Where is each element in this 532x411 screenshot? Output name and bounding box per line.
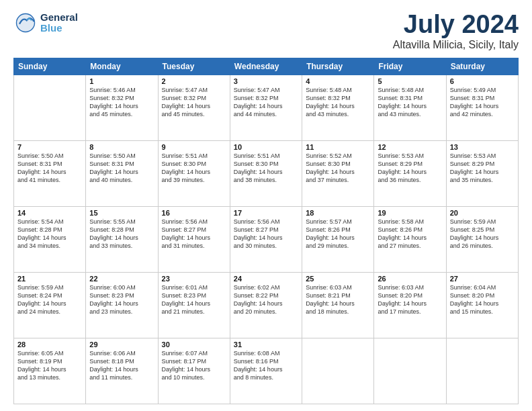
calendar-cell: 13Sunrise: 5:53 AM Sunset: 8:29 PM Dayli… — [446, 140, 518, 206]
calendar-header-row: SundayMondayTuesdayWednesdayThursdayFrid… — [14, 58, 519, 75]
page: General Blue July 2024 Altavilla Milicia… — [0, 0, 532, 411]
day-number: 17 — [234, 209, 298, 217]
day-info: Sunrise: 5:50 AM Sunset: 8:31 PM Dayligh… — [17, 152, 82, 185]
day-info: Sunrise: 6:03 AM Sunset: 8:21 PM Dayligh… — [306, 283, 370, 316]
day-number: 16 — [162, 209, 226, 217]
day-number: 26 — [378, 275, 442, 283]
calendar-day-header: Saturday — [446, 58, 518, 75]
calendar-cell: 27Sunrise: 6:04 AM Sunset: 8:20 PM Dayli… — [446, 272, 518, 338]
day-number: 23 — [162, 275, 226, 283]
day-info: Sunrise: 5:46 AM Sunset: 8:32 PM Dayligh… — [89, 86, 154, 119]
day-number: 15 — [89, 209, 154, 217]
svg-point-0 — [16, 13, 36, 33]
day-info: Sunrise: 5:51 AM Sunset: 8:30 PM Dayligh… — [162, 152, 226, 185]
calendar-cell — [302, 338, 374, 404]
calendar-week-row: 7Sunrise: 5:50 AM Sunset: 8:31 PM Daylig… — [14, 140, 519, 206]
month-title: July 2024 — [393, 11, 519, 39]
location: Altavilla Milicia, Sicily, Italy — [393, 39, 519, 51]
day-number: 24 — [234, 275, 298, 283]
calendar-cell: 21Sunrise: 5:59 AM Sunset: 8:24 PM Dayli… — [14, 272, 86, 338]
day-info: Sunrise: 5:47 AM Sunset: 8:32 PM Dayligh… — [162, 86, 226, 119]
calendar-cell: 18Sunrise: 5:57 AM Sunset: 8:26 PM Dayli… — [302, 206, 374, 272]
calendar-cell: 22Sunrise: 6:00 AM Sunset: 8:23 PM Dayli… — [86, 272, 158, 338]
day-info: Sunrise: 6:03 AM Sunset: 8:20 PM Dayligh… — [378, 283, 442, 316]
day-info: Sunrise: 5:59 AM Sunset: 8:24 PM Dayligh… — [17, 283, 82, 316]
calendar-cell: 4Sunrise: 5:48 AM Sunset: 8:32 PM Daylig… — [302, 75, 374, 140]
day-info: Sunrise: 5:49 AM Sunset: 8:31 PM Dayligh… — [450, 86, 515, 119]
day-info: Sunrise: 5:54 AM Sunset: 8:28 PM Dayligh… — [17, 218, 82, 250]
calendar-cell: 20Sunrise: 5:59 AM Sunset: 8:25 PM Dayli… — [446, 206, 518, 272]
day-info: Sunrise: 6:06 AM Sunset: 8:18 PM Dayligh… — [89, 349, 154, 382]
calendar-cell: 14Sunrise: 5:54 AM Sunset: 8:28 PM Dayli… — [14, 206, 86, 272]
day-number: 18 — [306, 209, 370, 217]
day-number: 31 — [234, 340, 298, 349]
day-info: Sunrise: 5:48 AM Sunset: 8:32 PM Dayligh… — [306, 86, 370, 119]
day-number: 19 — [378, 209, 442, 217]
day-number: 14 — [17, 209, 82, 217]
day-info: Sunrise: 6:05 AM Sunset: 8:19 PM Dayligh… — [17, 349, 82, 382]
calendar-cell: 11Sunrise: 5:52 AM Sunset: 8:30 PM Dayli… — [302, 140, 374, 206]
calendar-cell: 12Sunrise: 5:53 AM Sunset: 8:29 PM Dayli… — [374, 140, 446, 206]
calendar-day-header: Friday — [374, 58, 446, 75]
calendar-cell: 23Sunrise: 6:01 AM Sunset: 8:23 PM Dayli… — [158, 272, 230, 338]
day-number: 28 — [17, 340, 82, 349]
day-number: 6 — [450, 77, 515, 85]
calendar-cell — [446, 338, 518, 404]
calendar-cell — [374, 338, 446, 404]
calendar-week-row: 21Sunrise: 5:59 AM Sunset: 8:24 PM Dayli… — [14, 272, 519, 338]
day-number: 21 — [17, 275, 82, 283]
calendar-cell: 2Sunrise: 5:47 AM Sunset: 8:32 PM Daylig… — [158, 75, 230, 140]
day-number: 11 — [306, 143, 370, 151]
logo-icon — [13, 11, 38, 35]
calendar-cell: 19Sunrise: 5:58 AM Sunset: 8:26 PM Dayli… — [374, 206, 446, 272]
day-number: 13 — [450, 143, 515, 151]
day-info: Sunrise: 5:47 AM Sunset: 8:32 PM Dayligh… — [234, 86, 298, 119]
day-number: 22 — [89, 275, 154, 283]
calendar-cell: 28Sunrise: 6:05 AM Sunset: 8:19 PM Dayli… — [14, 338, 86, 404]
day-info: Sunrise: 5:48 AM Sunset: 8:31 PM Dayligh… — [378, 86, 442, 119]
day-info: Sunrise: 5:58 AM Sunset: 8:26 PM Dayligh… — [378, 218, 442, 250]
day-info: Sunrise: 5:56 AM Sunset: 8:27 PM Dayligh… — [234, 218, 298, 250]
calendar-cell: 15Sunrise: 5:55 AM Sunset: 8:28 PM Dayli… — [86, 206, 158, 272]
calendar-cell: 1Sunrise: 5:46 AM Sunset: 8:32 PM Daylig… — [86, 75, 158, 140]
calendar-table: SundayMondayTuesdayWednesdayThursdayFrid… — [13, 58, 519, 404]
day-info: Sunrise: 6:01 AM Sunset: 8:23 PM Dayligh… — [162, 283, 226, 316]
day-info: Sunrise: 5:50 AM Sunset: 8:31 PM Dayligh… — [89, 152, 154, 185]
logo-general-text: General — [40, 12, 78, 24]
calendar-cell: 30Sunrise: 6:07 AM Sunset: 8:17 PM Dayli… — [158, 338, 230, 404]
day-number: 29 — [89, 340, 154, 349]
day-info: Sunrise: 5:56 AM Sunset: 8:27 PM Dayligh… — [162, 218, 226, 250]
day-number: 27 — [450, 275, 515, 283]
calendar-day-header: Sunday — [14, 58, 86, 75]
logo-blue-text: Blue — [40, 23, 78, 34]
calendar-day-header: Wednesday — [230, 58, 302, 75]
calendar-cell: 7Sunrise: 5:50 AM Sunset: 8:31 PM Daylig… — [14, 140, 86, 206]
day-number: 4 — [306, 77, 370, 85]
calendar-cell: 8Sunrise: 5:50 AM Sunset: 8:31 PM Daylig… — [86, 140, 158, 206]
day-info: Sunrise: 5:55 AM Sunset: 8:28 PM Dayligh… — [89, 218, 154, 250]
calendar-cell: 10Sunrise: 5:51 AM Sunset: 8:30 PM Dayli… — [230, 140, 302, 206]
day-info: Sunrise: 6:02 AM Sunset: 8:22 PM Dayligh… — [234, 283, 298, 316]
calendar-cell: 5Sunrise: 5:48 AM Sunset: 8:31 PM Daylig… — [374, 75, 446, 140]
calendar-cell: 16Sunrise: 5:56 AM Sunset: 8:27 PM Dayli… — [158, 206, 230, 272]
day-info: Sunrise: 5:53 AM Sunset: 8:29 PM Dayligh… — [378, 152, 442, 185]
day-info: Sunrise: 5:53 AM Sunset: 8:29 PM Dayligh… — [450, 152, 515, 185]
day-number: 5 — [378, 77, 442, 85]
calendar-cell: 26Sunrise: 6:03 AM Sunset: 8:20 PM Dayli… — [374, 272, 446, 338]
calendar-cell: 25Sunrise: 6:03 AM Sunset: 8:21 PM Dayli… — [302, 272, 374, 338]
title-block: July 2024 Altavilla Milicia, Sicily, Ita… — [393, 11, 519, 51]
day-info: Sunrise: 5:51 AM Sunset: 8:30 PM Dayligh… — [234, 152, 298, 185]
header: General Blue July 2024 Altavilla Milicia… — [13, 11, 519, 51]
calendar-cell — [14, 75, 86, 140]
day-info: Sunrise: 6:08 AM Sunset: 8:16 PM Dayligh… — [234, 349, 298, 382]
calendar-cell: 31Sunrise: 6:08 AM Sunset: 8:16 PM Dayli… — [230, 338, 302, 404]
day-number: 3 — [234, 77, 298, 85]
calendar-day-header: Thursday — [302, 58, 374, 75]
calendar-day-header: Tuesday — [158, 58, 230, 75]
calendar-day-header: Monday — [86, 58, 158, 75]
day-info: Sunrise: 5:57 AM Sunset: 8:26 PM Dayligh… — [306, 218, 370, 250]
day-number: 2 — [162, 77, 226, 85]
calendar-cell: 3Sunrise: 5:47 AM Sunset: 8:32 PM Daylig… — [230, 75, 302, 140]
day-number: 1 — [89, 77, 154, 85]
day-info: Sunrise: 5:52 AM Sunset: 8:30 PM Dayligh… — [306, 152, 370, 185]
